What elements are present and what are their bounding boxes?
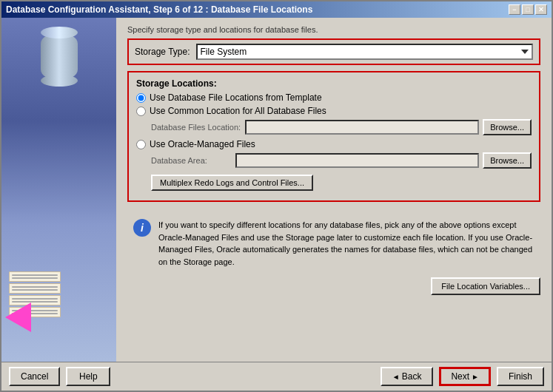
- db-files-location-label: Database Files Location:: [151, 123, 241, 132]
- radio-template[interactable]: [136, 93, 146, 103]
- section-intro: Specify storage type and locations for d…: [127, 25, 540, 34]
- info-text: If you want to specify different locatio…: [158, 219, 534, 268]
- paper-2: [9, 283, 61, 294]
- dropdown-arrow-icon: [521, 50, 529, 54]
- close-button[interactable]: ✕: [535, 4, 547, 15]
- storage-locations-title: Storage Locations:: [136, 78, 532, 89]
- help-button[interactable]: Help: [66, 367, 110, 386]
- cylinder-icon: [41, 33, 78, 81]
- cancel-button[interactable]: Cancel: [9, 367, 60, 386]
- finish-button[interactable]: Finish: [497, 367, 544, 386]
- storage-type-value: File System: [201, 47, 247, 57]
- radio-option-template[interactable]: Use Database File Locations from Templat…: [136, 92, 532, 103]
- storage-type-label: Storage Type:: [135, 47, 190, 57]
- button-bar: Cancel Help ◄ Back Next ► Finish: [1, 362, 552, 391]
- oracle-managed-field: Database Area: Browse...: [151, 152, 532, 169]
- main-window: Database Configuration Assistant, Step 6…: [0, 0, 553, 392]
- db-files-browse-button[interactable]: Browse...: [483, 119, 532, 135]
- arrow-icon: [5, 303, 31, 332]
- back-label: Back: [402, 371, 422, 382]
- title-bar-buttons: − □ ✕: [509, 4, 547, 15]
- left-panel: [1, 18, 116, 362]
- storage-type-select[interactable]: File System: [196, 44, 534, 60]
- radio-option-common[interactable]: Use Common Location for All Database Fil…: [136, 106, 532, 116]
- file-loc-row: File Location Variables...: [127, 277, 540, 295]
- radio-oracle[interactable]: [136, 140, 146, 149]
- next-label: Next: [451, 371, 469, 382]
- title-bar: Database Configuration Assistant, Step 6…: [1, 1, 552, 18]
- radio-oracle-label: Use Oracle-Managed Files: [150, 139, 255, 149]
- window-body: Specify storage type and locations for d…: [1, 18, 552, 362]
- multiplex-button[interactable]: Multiplex Redo Logs and Control Files...: [151, 175, 313, 191]
- info-section: i If you want to specify different locat…: [127, 213, 540, 274]
- next-button[interactable]: Next ►: [439, 367, 491, 386]
- back-button[interactable]: ◄ Back: [381, 367, 434, 386]
- decorative-art: [1, 18, 116, 362]
- info-icon: i: [133, 219, 151, 237]
- main-content: Specify storage type and locations for d…: [116, 18, 552, 362]
- maximize-button[interactable]: □: [522, 4, 534, 15]
- paper-1: [9, 271, 61, 282]
- radio-common-label: Use Common Location for All Database Fil…: [150, 106, 326, 116]
- db-files-location-input[interactable]: [245, 120, 479, 135]
- storage-type-box: Storage Type: File System: [127, 38, 540, 65]
- db-area-input[interactable]: [235, 153, 479, 168]
- common-location-field: Database Files Location: Browse...: [151, 119, 532, 135]
- file-location-variables-button[interactable]: File Location Variables...: [431, 277, 540, 295]
- db-area-browse-button[interactable]: Browse...: [483, 152, 532, 169]
- radio-option-oracle[interactable]: Use Oracle-Managed Files: [136, 139, 532, 149]
- radio-template-label: Use Database File Locations from Templat…: [150, 92, 322, 103]
- radio-common[interactable]: [136, 107, 146, 116]
- minimize-button[interactable]: −: [509, 4, 520, 15]
- storage-locations-box: Storage Locations: Use Database File Loc…: [127, 71, 540, 202]
- window-title: Database Configuration Assistant, Step 6…: [6, 4, 312, 15]
- db-area-label: Database Area:: [151, 156, 207, 165]
